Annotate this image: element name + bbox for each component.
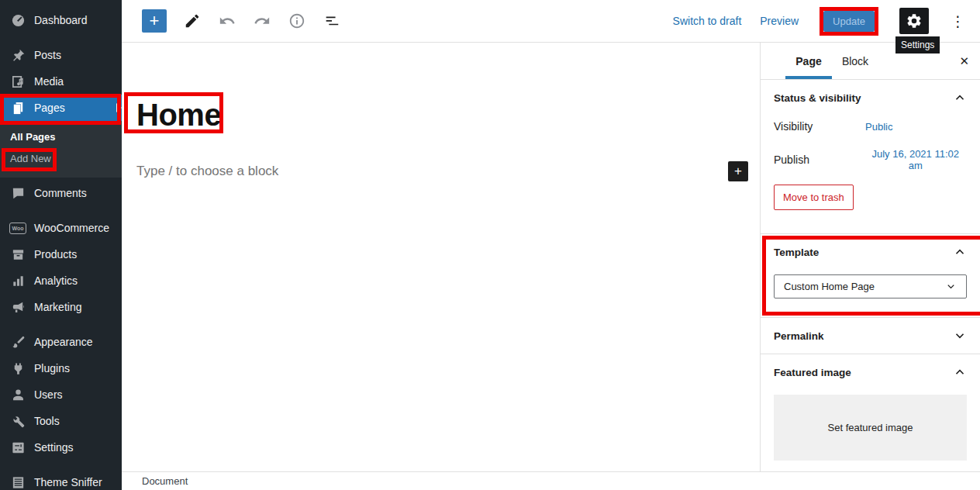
redo-icon (254, 12, 271, 29)
set-featured-image-button[interactable]: Set featured image (774, 395, 967, 461)
featured-image-header[interactable]: Featured image (774, 365, 967, 379)
editor-canvas[interactable]: Home Type / to choose a block + (122, 43, 760, 471)
sidebar-item-label: Posts (34, 49, 61, 61)
section-title: Featured image (774, 367, 851, 378)
update-button-wrap: Update (823, 11, 875, 32)
sidebar-item-products[interactable]: Products (0, 241, 122, 267)
current-menu-arrow (116, 103, 122, 112)
admin-sidebar: Dashboard Posts Media Pages All Pages Ad… (0, 0, 122, 490)
sidebar-item-label: Theme Sniffer (34, 476, 102, 488)
template-section: Template Custom Home Page (761, 234, 980, 318)
chevron-up-icon (953, 91, 967, 105)
sidebar-item-media[interactable]: Media (0, 68, 122, 95)
details-button[interactable] (288, 12, 306, 30)
switch-to-draft-button[interactable]: Switch to draft (673, 15, 742, 27)
editor-main: + Switch to draft Previe (122, 0, 980, 490)
post-title-input[interactable]: Home (129, 96, 748, 133)
section-title: Status & visibility (774, 92, 861, 104)
options-menu-button[interactable]: ⋮ (947, 12, 968, 30)
sidebar-item-posts[interactable]: Posts (0, 42, 122, 68)
edit-mode-button[interactable] (183, 12, 202, 30)
sidebar-item-dashboard[interactable]: Dashboard (0, 7, 122, 33)
info-icon (288, 12, 305, 29)
tab-block[interactable]: Block (832, 43, 878, 79)
update-button[interactable]: Update (823, 11, 875, 32)
sidebar-item-comments[interactable]: Comments (0, 180, 122, 206)
block-inserter-toggle-button[interactable]: + (142, 9, 167, 33)
plug-icon (10, 361, 26, 376)
list-doc-icon (10, 474, 26, 490)
sidebar-item-users[interactable]: Users (0, 381, 122, 408)
settings-sidebar: Page Block ✕ Status & visibility Visibil… (760, 43, 980, 471)
comment-icon (10, 185, 26, 201)
block-placeholder-text[interactable]: Type / to choose a block (129, 164, 278, 179)
sidebar-item-woocommerce[interactable]: Woo WooCommerce (0, 215, 122, 241)
sidebar-item-marketing[interactable]: Marketing (0, 294, 122, 320)
settings-button-wrap: Settings (899, 8, 929, 34)
template-header[interactable]: Template (774, 245, 967, 259)
toolbar-left-group: + (142, 9, 341, 33)
plus-icon: + (150, 11, 160, 30)
pages-submenu: All Pages Add New (0, 121, 122, 178)
sidebar-item-label: Comments (34, 187, 87, 199)
media-icon (10, 74, 26, 89)
visibility-row: Visibility Public (774, 120, 967, 133)
products-box-icon (10, 247, 26, 262)
editor-toolbar: + Switch to draft Previe (122, 0, 980, 43)
person-icon (10, 387, 26, 402)
tab-page[interactable]: Page (785, 43, 832, 79)
bar-chart-icon (10, 273, 26, 288)
breadcrumb-document[interactable]: Document (142, 475, 188, 487)
sidebar-item-theme-sniffer[interactable]: Theme Sniffer (0, 469, 122, 490)
chevron-up-icon (953, 365, 967, 379)
section-title: Template (774, 247, 819, 258)
dashboard-icon (10, 12, 26, 28)
redo-button[interactable] (253, 12, 271, 30)
empty-block-row: Type / to choose a block + (129, 161, 748, 181)
sidebar-item-settings[interactable]: Settings (0, 434, 122, 461)
sidebar-item-label: Pages (34, 102, 65, 114)
settings-toggle-button[interactable] (899, 8, 929, 34)
template-select[interactable]: Custom Home Page (774, 274, 967, 298)
preview-button[interactable]: Preview (760, 15, 799, 27)
brush-icon (10, 334, 26, 350)
list-view-button[interactable] (323, 12, 341, 30)
sidebar-item-label: Marketing (34, 301, 81, 313)
megaphone-icon (10, 299, 26, 315)
toolbar-right-group: Switch to draft Preview Update Settings … (673, 8, 968, 34)
featured-image-section: Featured image Set featured image (761, 354, 980, 471)
sidebar-item-label: WooCommerce (34, 222, 109, 234)
undo-button[interactable] (218, 12, 236, 30)
permalink-section: Permalink (761, 318, 980, 354)
gear-icon (906, 12, 923, 29)
more-vertical-icon: ⋮ (951, 13, 965, 29)
sidebar-item-tools[interactable]: Tools (0, 408, 122, 434)
status-visibility-header[interactable]: Status & visibility (774, 91, 967, 105)
pages-icon (10, 100, 26, 116)
plus-icon: + (734, 164, 742, 178)
permalink-header[interactable]: Permalink (774, 329, 967, 343)
chevron-up-icon (953, 245, 967, 259)
publish-date-button[interactable]: July 16, 2021 11:02 am (864, 148, 967, 171)
move-to-trash-button[interactable]: Move to trash (774, 185, 854, 210)
undo-icon (219, 12, 236, 29)
editor-body: Home Type / to choose a block + Page Blo… (122, 43, 980, 471)
submenu-item-all-pages[interactable]: All Pages (0, 126, 122, 147)
sidebar-item-appearance[interactable]: Appearance (0, 329, 122, 355)
sidebar-item-label: Appearance (34, 336, 93, 348)
pin-icon (10, 47, 26, 63)
sidebar-item-label: Plugins (34, 362, 70, 374)
pencil-icon (184, 12, 201, 29)
close-icon: ✕ (959, 54, 969, 68)
section-title: Permalink (774, 330, 824, 342)
settings-tooltip: Settings (895, 36, 940, 53)
close-settings-button[interactable]: ✕ (959, 43, 969, 79)
sidebar-item-label: Tools (34, 415, 60, 427)
sidebar-item-label: Media (34, 75, 64, 88)
sidebar-item-analytics[interactable]: Analytics (0, 267, 122, 294)
sidebar-item-pages[interactable]: Pages (0, 95, 122, 121)
block-append-button[interactable]: + (728, 161, 748, 181)
submenu-item-add-new[interactable]: Add New (0, 147, 122, 169)
visibility-value-button[interactable]: Public (865, 121, 892, 133)
sidebar-item-plugins[interactable]: Plugins (0, 355, 122, 381)
